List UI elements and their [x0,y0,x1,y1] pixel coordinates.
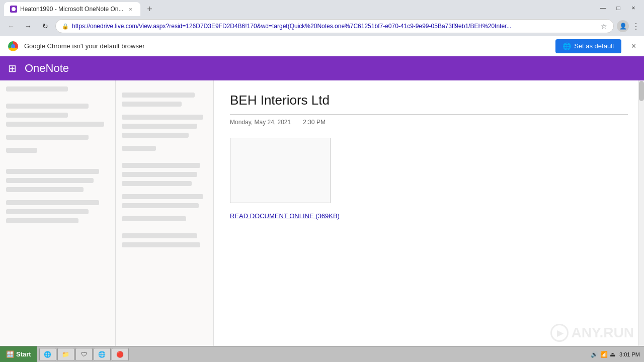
note-title: BEH Interiors Ltd [230,93,628,115]
network-icon[interactable]: 📶 [600,351,608,358]
skeleton-line [6,113,68,118]
url-text: https://onedrive.live.com/View.aspx?resi… [72,23,598,30]
note-content-area: BEH Interiors Ltd Monday, May 24, 2021 2… [214,80,644,346]
note-date: Monday, May 24, 2021 [230,119,291,126]
skeleton-line [122,102,182,107]
taskbar-item-ie[interactable]: 🌐 [39,348,56,361]
skeleton-line [122,172,197,177]
vertical-scrollbar[interactable] [638,80,644,346]
back-button[interactable]: ← [4,19,18,33]
note-meta: Monday, May 24, 2021 2:30 PM [230,119,628,126]
taskbar-item-shield[interactable]: 🛡 [75,348,93,361]
skeleton-line [122,203,199,208]
sidebar-right-panel [116,80,213,346]
skeleton-line [6,135,89,140]
document-preview [230,138,331,203]
taskbar-items: 🌐 📁 🛡 🌐 🔴 [37,348,587,361]
tab-title: Heaton1990 - Microsoft OneNote On... [20,6,123,13]
skeleton-line [6,200,99,205]
banner-close-button[interactable]: × [631,42,636,51]
chrome-icon: 🌐 [98,350,106,358]
taskbar-item-alert[interactable]: 🔴 [112,348,129,361]
volume-icon[interactable]: 🔊 [591,351,598,358]
address-bar[interactable]: 🔒 https://onedrive.live.com/View.aspx?re… [55,19,614,33]
sidebar-left-panel [0,80,116,346]
default-browser-banner: Google Chrome isn't your default browser… [0,36,644,56]
skeleton-line [122,115,203,120]
eject-icon[interactable]: ⏏ [610,351,615,358]
taskbar: 🪟 Start 🌐 📁 🛡 🌐 🔴 🔊 📶 ⏏ 3:01 PM [0,346,644,362]
skeleton-line [122,233,197,238]
skeleton-line [6,187,84,192]
tab-close-button[interactable]: × [126,5,134,13]
chrome-logo-icon [8,41,18,51]
skeleton-line [122,194,203,199]
skeleton-line [6,169,99,174]
content-wrapper: BEH Interiors Ltd Monday, May 24, 2021 2… [214,80,644,346]
skeleton-line [6,218,78,223]
skeleton-line [122,124,197,129]
folder-icon: 📁 [62,350,70,358]
skeleton-line [6,122,104,127]
onenote-header: ⊞ OneNote [0,56,644,80]
sidebar [0,80,214,346]
taskbar-right: 🔊 📶 ⏏ 3:01 PM [587,351,644,358]
set-default-label: Set as default [574,42,614,50]
skeleton-line [6,86,68,92]
skeleton-line [122,163,200,168]
start-button[interactable]: 🪟 Start [0,346,37,362]
ie-icon: 🌐 [44,350,52,358]
start-label: Start [16,350,31,358]
skeleton-line [6,209,89,214]
title-bar: Heaton1990 - Microsoft OneNote On... × +… [0,0,644,16]
skeleton-line [6,104,89,109]
taskbar-item-folder[interactable]: 📁 [57,348,74,361]
skeleton-line [122,242,200,247]
active-tab[interactable]: Heaton1990 - Microsoft OneNote On... × [4,2,140,16]
window-controls: — □ × [597,4,640,13]
banner-message: Google Chrome isn't your default browser [24,42,549,50]
set-default-button[interactable]: 🌐 Set as default [555,39,621,53]
onenote-logo: OneNote [25,62,69,75]
skeleton-line [122,146,156,151]
maximize-button[interactable]: □ [612,4,625,13]
main-area: BEH Interiors Ltd Monday, May 24, 2021 2… [0,80,644,346]
close-button[interactable]: × [627,4,640,13]
skeleton-line [6,148,37,153]
minimize-button[interactable]: — [597,4,610,13]
tab-favicon [10,6,17,13]
start-icon: 🪟 [6,350,14,358]
system-clock: 3:01 PM [619,351,640,357]
tab-bar: Heaton1990 - Microsoft OneNote On... × + [4,0,156,16]
refresh-button[interactable]: ↻ [38,19,52,33]
taskbar-item-chrome[interactable]: 🌐 [94,348,111,361]
browser-menu-icon[interactable]: ⋮ [632,22,640,31]
skeleton-line [6,178,94,183]
app-grid-icon[interactable]: ⊞ [8,62,17,74]
profile-icon[interactable]: 👤 [617,20,629,32]
new-tab-button[interactable]: + [142,2,156,16]
skeleton-line [122,93,195,98]
note-time: 2:30 PM [303,119,326,126]
skeleton-line [122,181,192,186]
skeleton-line [122,216,186,221]
address-bar-row: ← → ↻ 🔒 https://onedrive.live.com/View.a… [0,16,644,36]
skeleton-line [122,133,189,138]
lock-icon: 🔒 [62,23,69,30]
read-document-link[interactable]: READ DOCUMENT ONLINE (369KB) [230,212,340,220]
shield-icon: 🛡 [80,350,88,358]
forward-button[interactable]: → [21,19,35,33]
system-tray-icons: 🔊 📶 ⏏ [591,351,615,358]
set-default-icon: 🌐 [562,42,571,50]
alert-icon: 🔴 [116,350,124,358]
bookmark-icon[interactable]: ☆ [601,22,607,30]
scroll-thumb[interactable] [639,81,644,101]
